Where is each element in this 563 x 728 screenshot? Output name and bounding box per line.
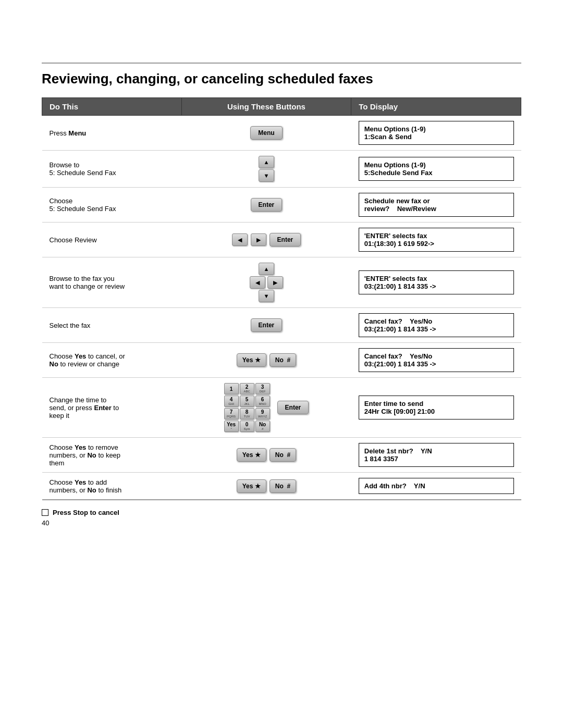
btn-cell-5: ▲ ◀ ▶ ▼ (181, 257, 351, 308)
display-cell-3: Schedule new fax orreview? New/Review (351, 188, 521, 223)
do-cell-6: Select the fax (42, 308, 182, 343)
do-cell-9: Choose Yes to removenumbers, or No to ke… (42, 438, 182, 473)
table-row: Choose Review ◀ ▶ Enter 'ENTER' selects … (42, 223, 521, 257)
table-row: Choose Yes to cancel, orNo to review or … (42, 343, 521, 378)
display-cell-7: Cancel fax? Yes/No03:(21:00) 1 814 335 -… (351, 343, 521, 378)
display-cell-4: 'ENTER' selects fax01:(18:30) 1 619 592-… (351, 223, 521, 257)
do-cell-2: Browse to5: Schedule Send Fax (42, 151, 182, 188)
key-4[interactable]: 4GHI (224, 396, 239, 407)
table-row: Browse to5: Schedule Send Fax ▲ ▼ Menu O… (42, 151, 521, 188)
display-cell-2: Menu Options (1-9)5:Schedule Send Fax (351, 151, 521, 188)
key-6[interactable]: 6MNO (255, 396, 270, 407)
btn-cell-9: Yes ★ No # (181, 438, 351, 473)
btn-cell-10: Yes ★ No # (181, 473, 351, 500)
down-arrow-button-2[interactable]: ▼ (259, 290, 274, 302)
yes-button-2[interactable]: Yes ★ (237, 448, 266, 462)
btn-cell-1: Menu (181, 116, 351, 151)
stop-note: Press Stop to cancel (42, 509, 521, 516)
key-9[interactable]: 9WXYZ (255, 408, 270, 419)
header-do: Do This (42, 98, 182, 116)
enter-button-4[interactable]: Enter (277, 401, 309, 414)
table-header: Do This Using These Buttons To Display (42, 98, 521, 116)
up-arrow-button[interactable]: ▲ (259, 156, 274, 168)
btn-cell-4: ◀ ▶ Enter (181, 223, 351, 257)
key-0[interactable]: 0Sym (240, 421, 254, 432)
table-row: Choose5: Schedule Send Fax Enter Schedul… (42, 188, 521, 223)
left-arrow-button-2[interactable]: ◀ (250, 276, 265, 289)
do-cell-10: Choose Yes to addnumbers, or No to finis… (42, 473, 182, 500)
table-row: Choose Yes to addnumbers, or No to finis… (42, 473, 521, 500)
right-arrow-button-2[interactable]: ▶ (267, 276, 283, 289)
header-buttons: Using These Buttons (181, 98, 351, 116)
key-1[interactable]: 1 (224, 383, 239, 394)
do-cell-3: Choose5: Schedule Send Fax (42, 188, 182, 223)
table-row: Press Menu Menu Menu Options (1-9)1:Scan… (42, 116, 521, 151)
do-cell-5: Browse to the fax youwant to change or r… (42, 257, 182, 308)
table-row: Browse to the fax youwant to change or r… (42, 257, 521, 308)
btn-cell-8: 1 2ABC 3DEF 4GHI 5JKL 6MNO 7PQRS 8TUV 9W… (181, 378, 351, 438)
display-cell-1: Menu Options (1-9)1:Scan & Send (351, 116, 521, 151)
display-cell-9: Delete 1st nbr? Y/N1 814 3357 (351, 438, 521, 473)
do-cell-1: Press Menu (42, 116, 182, 151)
table-row: Select the fax Enter Cancel fax? Yes/No0… (42, 308, 521, 343)
btn-cell-2: ▲ ▼ (181, 151, 351, 188)
no-button[interactable]: No # (270, 353, 296, 367)
page-number: 40 (42, 519, 49, 527)
keypad: 1 2ABC 3DEF 4GHI 5JKL 6MNO 7PQRS 8TUV 9W… (224, 383, 270, 432)
no-button-3[interactable]: No # (270, 479, 296, 493)
btn-cell-7: Yes ★ No # (181, 343, 351, 378)
key-star[interactable]: Yes* (224, 421, 239, 432)
display-cell-6: Cancel fax? Yes/No03:(21:00) 1 814 335 -… (351, 308, 521, 343)
display-cell-5: 'ENTER' selects fax03:(21:00) 1 814 335 … (351, 257, 521, 308)
display-cell-10: Add 4th nbr? Y/N (351, 473, 521, 500)
do-cell-7: Choose Yes to cancel, orNo to review or … (42, 343, 182, 378)
page-title: Reviewing, changing, or canceling schedu… (42, 63, 521, 87)
down-arrow-button[interactable]: ▼ (259, 169, 274, 182)
display-cell-8: Enter time to send24Hr Clk [09:00] 21:00 (351, 378, 521, 438)
do-cell-8: Change the time tosend, or press Enter t… (42, 378, 182, 438)
enter-button-3[interactable]: Enter (251, 318, 283, 332)
key-hash[interactable]: No# (255, 421, 270, 432)
key-2[interactable]: 2ABC (240, 383, 254, 394)
key-8[interactable]: 8TUV (240, 408, 254, 419)
yes-button[interactable]: Yes ★ (237, 353, 266, 367)
btn-cell-6: Enter (181, 308, 351, 343)
menu-button[interactable]: Menu (250, 126, 282, 140)
no-button-2[interactable]: No # (270, 448, 296, 462)
right-arrow-button[interactable]: ▶ (251, 233, 266, 246)
checkbox-icon (42, 509, 48, 516)
table-row: Choose Yes to removenumbers, or No to ke… (42, 438, 521, 473)
yes-button-3[interactable]: Yes ★ (237, 479, 266, 493)
table-row: Change the time tosend, or press Enter t… (42, 378, 521, 438)
enter-button-2[interactable]: Enter (270, 233, 301, 246)
key-3[interactable]: 3DEF (255, 383, 270, 394)
header-display: To Display (351, 98, 521, 116)
btn-cell-3: Enter (181, 188, 351, 223)
left-arrow-button[interactable]: ◀ (232, 233, 248, 246)
key-5[interactable]: 5JKL (240, 396, 254, 407)
up-arrow-button-2[interactable]: ▲ (259, 263, 274, 275)
do-cell-4: Choose Review (42, 223, 182, 257)
key-7[interactable]: 7PQRS (224, 408, 239, 419)
enter-button[interactable]: Enter (251, 198, 283, 212)
stop-note-text: Press Stop to cancel (53, 509, 119, 516)
